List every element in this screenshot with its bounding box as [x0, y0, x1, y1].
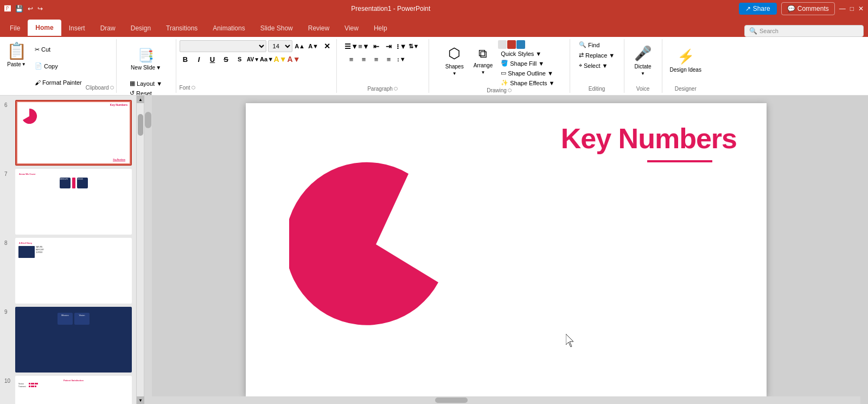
canvas-hscroll-thumb[interactable]: [435, 397, 468, 403]
search-bar[interactable]: 🔍 Search: [744, 25, 864, 37]
quick-access-save[interactable]: 💾: [15, 5, 23, 12]
slide-title: Key Numbers: [561, 122, 737, 155]
tab-help[interactable]: Help: [366, 20, 395, 37]
maximize-button[interactable]: □: [850, 5, 854, 12]
font-color-button[interactable]: A▼: [288, 53, 300, 65]
strikethrough-button[interactable]: S: [220, 53, 232, 65]
paste-label: Paste ▼: [7, 61, 26, 67]
quick-access-redo[interactable]: ↪: [37, 5, 43, 12]
slide-thumb-6[interactable]: 6 Key Numbers Key Numbers: [4, 100, 132, 166]
cut-icon: ✂: [35, 46, 40, 53]
tab-draw[interactable]: Draw: [93, 20, 123, 37]
cut-button[interactable]: ✂ Cut: [32, 45, 85, 54]
text-direction-button[interactable]: ⇅▼: [408, 40, 420, 52]
text-highlight-button[interactable]: A▼: [275, 53, 286, 65]
add-columns-button[interactable]: ⫶▼: [395, 40, 407, 52]
tab-review[interactable]: Review: [301, 20, 337, 37]
align-center-button[interactable]: ≡: [358, 53, 370, 65]
scroll-thumb[interactable]: [138, 114, 143, 136]
font-name-select[interactable]: [180, 40, 266, 52]
numbering-button[interactable]: ≡▼: [358, 40, 370, 52]
format-painter-button[interactable]: 🖌 Format Painter: [32, 78, 85, 87]
quick-access-undo[interactable]: ↩: [28, 5, 33, 12]
find-button[interactable]: 🔍 Find: [576, 40, 617, 49]
quick-styles-button[interactable]: Quick Styles ▼: [498, 49, 557, 58]
tab-file[interactable]: File: [2, 20, 28, 37]
style-swatch-3[interactable]: [516, 40, 525, 49]
drawing-expand-icon[interactable]: ⬡: [508, 88, 512, 93]
bold-button[interactable]: B: [180, 53, 192, 65]
copy-button[interactable]: 📄 Copy: [32, 61, 85, 71]
tab-slideshow[interactable]: Slide Show: [253, 20, 301, 37]
format-painter-icon: 🖌: [35, 79, 41, 86]
slide-thumb-7[interactable]: 7 Areas We Cover MERCURY VENUS: [4, 169, 132, 235]
increase-indent-button[interactable]: ⇥: [383, 40, 395, 52]
char-spacing-button[interactable]: AV▼: [247, 53, 259, 65]
text-shadow-button[interactable]: S: [234, 53, 246, 65]
shape-outline-button[interactable]: ▭ Shape Outline ▼: [498, 68, 557, 78]
layout-button[interactable]: ▦ Layout ▼: [127, 79, 165, 88]
slide-thumb-img-7[interactable]: Areas We Cover MERCURY VENUS: [15, 169, 132, 235]
scroll-up-button[interactable]: ▲: [137, 96, 144, 103]
slide-thumb-10[interactable]: 10 Patient Satisfaction Section: [4, 376, 132, 404]
ribbon-tabs: File Home Insert Draw Design Transitions…: [0, 17, 868, 37]
tab-view[interactable]: View: [337, 20, 366, 37]
replace-button[interactable]: ⇄ Replace ▼: [576, 50, 617, 60]
share-button[interactable]: ↗ Share: [739, 3, 777, 15]
paragraph-expand-icon[interactable]: ⬡: [394, 86, 398, 91]
slide-panel-scrollbar[interactable]: ▲ ▼: [137, 96, 144, 404]
new-slide-button[interactable]: 📑 New Slide ▼: [126, 40, 165, 78]
designer-label: Designer: [675, 86, 697, 93]
increase-font-button[interactable]: A▲: [294, 40, 306, 52]
tab-transitions[interactable]: Transitions: [158, 20, 205, 37]
canvas-vscroll-thumb[interactable]: [145, 112, 151, 128]
canvas-hscroll[interactable]: [152, 396, 860, 404]
design-ideas-button[interactable]: ⚡ Design Ideas: [666, 40, 706, 81]
tab-design[interactable]: Design: [123, 20, 158, 37]
line-spacing-button[interactable]: ↕▼: [395, 53, 407, 65]
underline-button[interactable]: U: [207, 53, 219, 65]
editing-group: 🔍 Find ⇄ Replace ▼ ⌖ Select ▼ Editing: [570, 39, 624, 93]
justify-button[interactable]: ≡: [383, 53, 395, 65]
shape-effects-button[interactable]: ✨ Shape Effects ▼: [498, 78, 557, 87]
slide-thumb-img-6[interactable]: Key Numbers Key Numbers: [15, 100, 132, 166]
clear-format-button[interactable]: ✕: [321, 40, 333, 52]
font-label: Font ⬡: [180, 85, 333, 92]
bullets-button[interactable]: ☰▼: [346, 40, 358, 52]
decrease-font-button[interactable]: A▼: [308, 40, 320, 52]
tab-home[interactable]: Home: [28, 20, 61, 37]
comments-button[interactable]: 💬 Comments: [781, 2, 835, 15]
shape-fill-button[interactable]: 🪣 Shape Fill ▼: [498, 59, 557, 68]
slide-thumb-8[interactable]: 8 A Brief Story SATURNMERCURYJUPITER: [4, 238, 132, 304]
scroll-down-button[interactable]: ▼: [137, 396, 144, 404]
font-expand-icon[interactable]: ⬡: [192, 85, 195, 90]
minimize-button[interactable]: —: [839, 5, 846, 12]
slide-thumb-img-9[interactable]: Mission Vision: [15, 307, 132, 373]
tab-animations[interactable]: Animations: [205, 20, 252, 37]
align-left-button[interactable]: ≡: [346, 53, 358, 65]
italic-button[interactable]: I: [193, 53, 205, 65]
slide-thumb-img-10[interactable]: Patient Satisfaction Section: [15, 376, 132, 404]
reset-button[interactable]: ↺ Reset: [127, 89, 165, 96]
decrease-indent-button[interactable]: ⇤: [371, 40, 382, 52]
select-button[interactable]: ⌖ Select ▼: [576, 61, 617, 70]
shapes-button[interactable]: ⬡ Shapes ▼: [441, 40, 468, 81]
paste-button[interactable]: 📋 Paste ▼: [2, 40, 31, 92]
dictate-button[interactable]: 🎤 Dictate ▼: [630, 40, 656, 81]
clipboard-expand-icon[interactable]: ⬡: [110, 85, 114, 90]
slide-panel: 6 Key Numbers Key Numbers 7: [0, 96, 137, 404]
arrange-button[interactable]: ⧉ Arrange ▼: [469, 40, 497, 81]
title-bar: 🅿 💾 ↩ ↪ Presentation1 - PowerPoint ↗ Sha…: [0, 0, 868, 17]
slide-thumb-9[interactable]: 9 Mission Vision: [4, 307, 132, 373]
slide-thumb-img-8[interactable]: A Brief Story SATURNMERCURYJUPITER: [15, 238, 132, 304]
thumb-6-title: Key Numbers: [18, 103, 129, 106]
canvas-vscroll[interactable]: [144, 96, 152, 404]
tab-insert[interactable]: Insert: [61, 20, 93, 37]
new-slide-icon: 📑: [138, 48, 154, 63]
style-swatch-1[interactable]: [498, 40, 507, 49]
change-case-button[interactable]: Aa▼: [261, 53, 273, 65]
align-right-button[interactable]: ≡: [371, 53, 382, 65]
style-swatch-2[interactable]: [507, 40, 516, 49]
close-button[interactable]: ✕: [858, 5, 864, 12]
font-size-select[interactable]: 14: [268, 40, 292, 52]
